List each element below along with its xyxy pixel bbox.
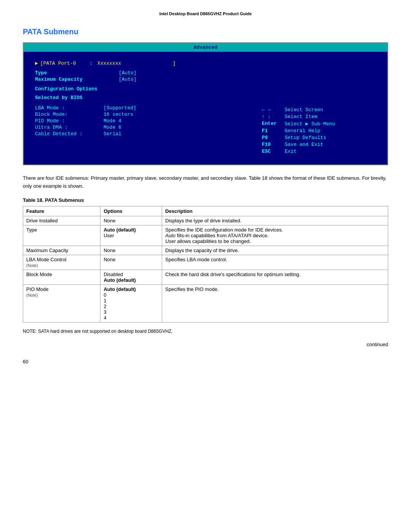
col-options: Options [100,206,162,216]
continued-text: continued [23,342,388,347]
page-header: Intel Desktop Board D865GVHZ Product Gui… [23,11,388,16]
note-text: NOTE: SATA hard drives are not supported… [23,329,388,334]
bios-key-f10: F10 Save and Exit [262,142,376,147]
desc-maxcap: Displays the capacity of the drive. [162,246,388,255]
intro-text: There are four IDE submenus: Primary mas… [23,174,388,190]
bios-pata-colon: : [90,61,97,66]
feature-maxcap: Maximum Capacity [23,246,100,255]
table-header-row: Feature Options Description [23,206,388,216]
bios-key-updown: ↑ ↓ Select Item [262,114,376,120]
page-number: 60 [23,359,388,364]
bios-details-left: LBA Mode : [Supported] Block Mode: 16 se… [35,104,262,155]
pata-submenus-table: Feature Options Description Drive Instal… [23,206,388,323]
bios-config-section: Configuration Options Selected by BIOS [35,86,376,101]
bios-maxcap-label: Maximum Capacity [35,77,119,82]
table-row: Block Mode Disabled Auto (default) Check… [23,270,388,284]
bios-key-legend: ← → Select Screen ↑ ↓ Select Item Enter … [262,104,376,155]
feature-type: Type [23,225,100,246]
feature-lba: LBA Mode Control (Note) [23,255,100,270]
bios-header-row: Advanced [24,43,387,52]
bios-key-arrows: ← → Select Screen [262,107,376,113]
desc-pio: Specifies the PIO mode. [162,284,388,322]
bios-pata-label: [PATA Port-0 [40,61,90,66]
table-row: Type Auto (default) User Specifies the I… [23,225,388,246]
bios-box: Advanced ▶ [PATA Port-0 : Xxxxxxxx ] Typ… [23,42,388,165]
table-row: PIO Mode (Note) Auto (default) 0 1 2 3 4… [23,284,388,322]
options-block: Disabled Auto (default) [100,270,162,284]
options-type: Auto (default) User [100,225,162,246]
bios-pata-port-row: ▶ [PATA Port-0 : Xxxxxxxx ] [35,60,376,66]
col-feature: Feature [23,206,100,216]
bios-type-label: Type [35,70,119,76]
options-maxcap: None [100,246,162,255]
bios-lba-row: LBA Mode : [Supported] [35,105,262,111]
bios-type-row: Type [Auto] [35,70,376,76]
feature-pio: PIO Mode (Note) [23,284,100,322]
desc-drive-installed: Displays the type of drive installed. [162,216,388,225]
col-description: Description [162,206,388,216]
desc-lba: Specifies LBA mode control. [162,255,388,270]
bios-cable-row: Cable Detected : Serial [35,131,262,137]
bios-config-label2: Selected by BIOS [35,95,376,101]
feature-block: Block Mode [23,270,100,284]
options-drive-installed: None [100,216,162,225]
bios-key-f1: F1 General Help [262,128,376,134]
bios-key-enter: Enter Select ▶ Sub-Menu [262,121,376,127]
bios-key-p9: P9 Setup Defaults [262,135,376,141]
table-row: LBA Mode Control (Note) None Specifies L… [23,255,388,270]
bios-arrow-icon: ▶ [35,60,38,66]
bios-pio-row: PIO Mode : Mode 4 [35,118,262,124]
bios-maxcap-row: Maximum Capacity [Auto] [35,77,376,82]
options-pio: Auto (default) 0 1 2 3 4 [100,284,162,322]
options-lba: None [100,255,162,270]
bios-key-esc: ESC Exit [262,149,376,154]
bios-config-label1: Configuration Options [35,86,376,92]
bios-type-value: [Auto] [119,70,137,76]
bios-udma-row: Ultra DMA : Mode 6 [35,125,262,130]
feature-drive-installed: Drive Installed [23,216,100,225]
bios-maxcap-value: [Auto] [119,77,137,82]
bios-block-row: Block Mode: 16 sectors [35,112,262,117]
desc-block: Check the hard disk drive's specificatio… [162,270,388,284]
bios-pata-value: Xxxxxxxx [97,61,143,66]
table-title: Table 18. PATA Submenus [23,197,388,203]
section-title: PATA Submenu [23,27,388,36]
desc-type: Specifies the IDE configuration mode for… [162,225,388,246]
table-row: Drive Installed None Displays the type o… [23,216,388,225]
bios-pata-bracket: ] [143,61,176,66]
table-row: Maximum Capacity None Displays the capac… [23,246,388,255]
